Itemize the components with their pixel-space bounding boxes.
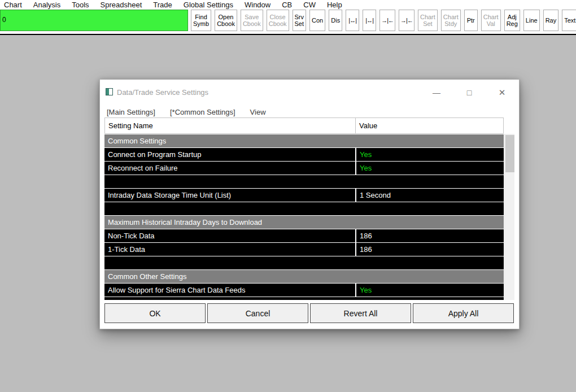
chart-values-button: Chart Val: [481, 10, 501, 31]
table-body: Common Settings Connect on Program Start…: [104, 134, 504, 300]
menu-item-spreadsheet[interactable]: Spreadsheet: [95, 1, 148, 9]
table-row[interactable]: Common Settings: [104, 134, 504, 147]
table-row[interactable]: Reconnect on Failure Yes: [104, 162, 504, 175]
dialog-title: Data/Trade Service Settings: [117, 88, 208, 97]
app-window: Chart Analysis Tools Spreadsheet Trade G…: [0, 0, 576, 392]
tab-common-settings[interactable]: [*Common Settings]: [170, 108, 235, 116]
scrollbar-thumb[interactable]: [505, 135, 514, 172]
column-header-setting-name: Setting Name: [105, 118, 356, 133]
menubar: Chart Analysis Tools Spreadsheet Trade G…: [0, 0, 576, 9]
increase-bar-width-icon: →|←: [381, 17, 394, 24]
minimize-button[interactable]: —: [430, 86, 443, 99]
cancel-button[interactable]: Cancel: [207, 303, 308, 323]
service-settings-button[interactable]: Srv Set: [293, 10, 307, 31]
column-header-value: Value: [356, 118, 503, 133]
menu-item-tools[interactable]: Tools: [66, 1, 94, 9]
setting-name: Allow Support for Sierra Chart Data Feed…: [104, 284, 355, 297]
table-scrollbar[interactable]: [504, 134, 514, 300]
decrease-bar-spacing-icon: |↔|: [365, 17, 373, 24]
dialog-titlebar[interactable]: Data/Trade Service Settings — □ ✕: [100, 80, 519, 106]
disconnect-button[interactable]: Dis: [329, 10, 342, 31]
table-header: Setting Name Value: [104, 117, 504, 134]
symbol-text: 0: [2, 16, 6, 24]
find-symbol-button[interactable]: Find Symb: [191, 10, 211, 31]
increase-bar-spacing-button[interactable]: |↔|: [346, 10, 359, 31]
chart-studies-button: Chart Stdy: [441, 10, 461, 31]
table-row[interactable]: 1-Tick Data 186: [104, 243, 504, 256]
setting-value[interactable]: Yes: [355, 284, 504, 297]
setting-value[interactable]: 1 Second: [355, 189, 504, 202]
settings-dialog: Data/Trade Service Settings — □ ✕ [Main …: [99, 79, 520, 329]
setting-name: Connect on Program Startup: [104, 148, 355, 161]
increase-bar-spacing-icon: |↔|: [348, 17, 356, 24]
setting-value[interactable]: Yes: [355, 148, 504, 161]
table-row[interactable]: Allow Support for Sierra Chart Data Feed…: [104, 284, 504, 297]
menu-view[interactable]: View: [250, 108, 266, 116]
setting-name: 1-Tick Data: [104, 243, 355, 256]
table-row-partial: [104, 297, 504, 300]
table-row[interactable]: Common Other Settings: [104, 270, 504, 283]
setting-name: Intraday Data Storage Time Unit (List): [104, 189, 355, 202]
chart-settings-button: Chart Set: [418, 10, 438, 31]
toolbar-divider: [0, 34, 576, 35]
menu-item-global-settings[interactable]: Global Settings: [178, 1, 239, 9]
tab-main-settings[interactable]: [Main Settings]: [107, 108, 155, 116]
adjust-region-button[interactable]: Adj Reg: [504, 10, 520, 31]
toolbar: 0 Find Symb Open Cbook Save Cbook Close …: [0, 9, 576, 34]
revert-all-button[interactable]: Revert All: [310, 303, 411, 323]
section-label: Common Other Settings: [104, 270, 504, 283]
dialog-window-icon: [106, 88, 113, 95]
menu-item-cw[interactable]: CW: [298, 1, 321, 9]
menu-item-help[interactable]: Help: [321, 1, 348, 9]
table-row[interactable]: Non-Tick Data 186: [104, 229, 504, 242]
menu-item-trade[interactable]: Trade: [147, 1, 177, 9]
decrease-bar-width-icon: →|←: [400, 17, 413, 24]
decrease-bar-spacing-button[interactable]: |↔|: [363, 10, 376, 31]
toolbar-buttons: Find Symb Open Cbook Save Cbook Close Cb…: [191, 10, 576, 31]
close-chartbook-button: Close Cbook: [267, 10, 289, 31]
setting-value[interactable]: 186: [355, 229, 504, 242]
setting-value[interactable]: Yes: [355, 162, 504, 175]
section-label: Common Settings: [104, 134, 504, 147]
settings-table: Setting Name Value Common Settings Conne…: [104, 117, 504, 300]
setting-name: Reconnect on Failure: [104, 162, 355, 175]
menu-item-cb[interactable]: CB: [276, 1, 298, 9]
ray-tool-button[interactable]: Ray: [543, 10, 559, 31]
setting-name: Non-Tick Data: [104, 229, 355, 242]
setting-value[interactable]: 186: [355, 243, 504, 256]
dialog-menu: [Main Settings] [*Common Settings] View: [107, 106, 266, 118]
dialog-buttons: OK Cancel Revert All Apply All: [104, 303, 514, 323]
close-button[interactable]: ✕: [495, 86, 509, 99]
connect-button[interactable]: Con: [309, 10, 325, 31]
maximize-button[interactable]: □: [462, 86, 476, 99]
symbol-box[interactable]: 0: [0, 10, 188, 31]
table-row-empty: [104, 256, 504, 269]
table-row[interactable]: Maximum Historical Intraday Days to Down…: [104, 216, 504, 229]
ok-button[interactable]: OK: [104, 303, 206, 323]
table-row[interactable]: Intraday Data Storage Time Unit (List) 1…: [104, 189, 504, 202]
decrease-bar-width-button[interactable]: →|←: [399, 10, 414, 31]
increase-bar-width-button[interactable]: →|←: [379, 10, 395, 31]
pointer-button[interactable]: Ptr: [464, 10, 478, 31]
open-chartbook-button[interactable]: Open Cbook: [215, 10, 237, 31]
menu-item-chart[interactable]: Chart: [0, 1, 28, 9]
text-tool-button[interactable]: Text: [562, 10, 576, 31]
menu-item-window[interactable]: Window: [239, 1, 276, 9]
section-label: Maximum Historical Intraday Days to Down…: [104, 216, 504, 229]
save-chartbook-button: Save Cbook: [241, 10, 263, 31]
table-row-empty: [104, 175, 504, 188]
line-tool-button[interactable]: Line: [523, 10, 540, 31]
apply-all-button[interactable]: Apply All: [413, 303, 514, 323]
table-row[interactable]: Connect on Program Startup Yes: [104, 148, 504, 161]
table-row-empty: [104, 202, 504, 215]
menu-item-analysis[interactable]: Analysis: [28, 1, 66, 9]
